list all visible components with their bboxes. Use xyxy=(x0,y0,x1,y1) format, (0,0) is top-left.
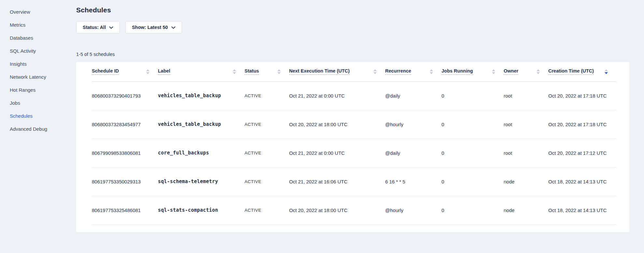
cell-status: ACTIVE xyxy=(245,196,289,224)
column-header-recurrence[interactable]: Recurrence xyxy=(385,62,441,81)
column-label: Status xyxy=(245,68,259,75)
sidebar-item-jobs[interactable]: Jobs xyxy=(0,96,70,109)
cell-owner: root xyxy=(504,139,548,167)
cell-schedule-id: 806197753325486081 xyxy=(92,196,158,224)
cell-next-execution: Oct 21, 2022 at 0:00 UTC xyxy=(289,81,385,110)
sort-icon xyxy=(537,69,540,74)
cell-status: ACTIVE xyxy=(245,167,289,196)
sort-icon xyxy=(373,69,377,74)
sort-asc-icon xyxy=(373,69,377,71)
sidebar-item-metrics[interactable]: Metrics xyxy=(0,18,70,31)
page-title: Schedules xyxy=(76,6,644,14)
cell-next-execution: Oct 21, 2022 at 16:06 UTC xyxy=(289,167,385,196)
main-content: Schedules Status: All Show: Latest 50 1-… xyxy=(76,6,644,232)
column-header-owner[interactable]: Owner xyxy=(504,62,548,81)
cell-owner: root xyxy=(504,81,548,110)
cell-jobs-running: 0 xyxy=(441,139,504,167)
cell-recurrence: @daily xyxy=(385,139,441,167)
cell-label: sql-schema-telemetry xyxy=(158,167,245,196)
column-header-next-execution-time-utc[interactable]: Next Execution Time (UTC) xyxy=(289,62,385,81)
table-row: 806800373290401793vehicles_table_backupA… xyxy=(92,81,616,110)
app: OverviewMetricsDatabasesSQL ActivityInsi… xyxy=(0,6,644,232)
sort-asc-icon xyxy=(430,69,433,71)
column-header-jobs-running[interactable]: Jobs Running xyxy=(441,62,504,81)
sidebar-item-hot-ranges[interactable]: Hot Ranges xyxy=(0,83,70,96)
cell-jobs-running: 0 xyxy=(441,167,504,196)
cell-next-execution: Oct 21, 2022 at 0:00 UTC xyxy=(289,139,385,167)
cell-recurrence: @daily xyxy=(385,81,441,110)
column-label: Schedule ID xyxy=(92,68,119,75)
cell-schedule-id: 806197753350029313 xyxy=(92,167,158,196)
sidebar-item-network-latency[interactable]: Network Latency xyxy=(0,70,70,83)
cell-label: vehicles_table_backup xyxy=(158,81,245,110)
table-header-row: Schedule IDLabelStatusNext Execution Tim… xyxy=(92,62,616,81)
cell-owner: root xyxy=(504,110,548,139)
cell-jobs-running: 0 xyxy=(441,110,504,139)
table-row: 806799098533806081core_full_backupsACTIV… xyxy=(92,139,616,167)
sort-asc-icon xyxy=(146,69,149,71)
cell-owner: node xyxy=(504,167,548,196)
column-label: Owner xyxy=(504,68,518,75)
schedules-table-card: Schedule IDLabelStatusNext Execution Tim… xyxy=(76,62,629,232)
sort-icon xyxy=(233,69,236,74)
cell-schedule-id: 806800373283454977 xyxy=(92,110,158,139)
cell-label: core_full_backups xyxy=(158,139,245,167)
cell-status: ACTIVE xyxy=(245,81,289,110)
sidebar-item-insights[interactable]: Insights xyxy=(0,57,70,70)
sort-desc-icon xyxy=(277,72,281,74)
sort-asc-icon xyxy=(605,69,608,71)
column-header-label[interactable]: Label xyxy=(158,62,245,81)
sort-asc-icon xyxy=(537,69,540,71)
sort-asc-icon xyxy=(492,69,495,71)
column-label: Recurrence xyxy=(385,68,411,75)
sort-icon xyxy=(492,69,495,74)
cell-schedule-id: 806800373290401793 xyxy=(92,81,158,110)
column-header-creation-time-utc[interactable]: Creation Time (UTC) xyxy=(548,62,616,81)
sort-desc-icon xyxy=(373,72,377,74)
sort-desc-icon xyxy=(537,72,540,74)
sort-desc-icon xyxy=(605,72,608,74)
show-filter-label: Show: Latest 50 xyxy=(132,25,168,30)
cell-creation-time: Oct 18, 2022 at 14:13 UTC xyxy=(548,167,616,196)
status-filter-dropdown[interactable]: Status: All xyxy=(76,21,120,33)
cell-label: sql-stats-compaction xyxy=(158,196,245,224)
sidebar-item-overview[interactable]: Overview xyxy=(0,5,70,18)
table-row: 806197753325486081sql-stats-compactionAC… xyxy=(92,196,616,224)
sort-icon xyxy=(146,69,149,74)
cell-next-execution: Oct 20, 2022 at 18:00 UTC xyxy=(289,110,385,139)
cell-creation-time: Oct 20, 2022 at 17:12 UTC xyxy=(548,139,616,167)
schedules-table: Schedule IDLabelStatusNext Execution Tim… xyxy=(92,62,616,225)
sidebar-item-schedules[interactable]: Schedules xyxy=(0,109,70,122)
sort-desc-icon xyxy=(430,72,433,74)
cell-next-execution: Oct 20, 2022 at 18:00 UTC xyxy=(289,196,385,224)
cell-creation-time: Oct 18, 2022 at 14:13 UTC xyxy=(548,196,616,224)
results-count: 1-5 of 5 schedules xyxy=(76,52,644,57)
cell-schedule-id: 806799098533806081 xyxy=(92,139,158,167)
sort-desc-icon xyxy=(146,72,149,74)
table-row: 806197753350029313sql-schema-telemetryAC… xyxy=(92,167,616,196)
sort-asc-icon xyxy=(277,69,281,71)
column-label: Next Execution Time (UTC) xyxy=(289,68,350,75)
sort-icon xyxy=(605,69,608,74)
cell-label: vehicles_table_backup xyxy=(158,110,245,139)
column-label: Label xyxy=(158,68,170,75)
column-label: Creation Time (UTC) xyxy=(548,68,594,75)
cell-creation-time: Oct 20, 2022 at 17:18 UTC xyxy=(548,81,616,110)
cell-creation-time: Oct 20, 2022 at 17:18 UTC xyxy=(548,110,616,139)
column-header-schedule-id[interactable]: Schedule ID xyxy=(92,62,158,81)
chevron-down-icon xyxy=(171,26,175,29)
cell-jobs-running: 0 xyxy=(441,196,504,224)
sidebar-item-sql-activity[interactable]: SQL Activity xyxy=(0,44,70,57)
show-filter-dropdown[interactable]: Show: Latest 50 xyxy=(125,21,182,33)
table-row: 806800373283454977vehicles_table_backupA… xyxy=(92,110,616,139)
sort-desc-icon xyxy=(492,72,495,74)
cell-recurrence: @hourly xyxy=(385,110,441,139)
sidebar: OverviewMetricsDatabasesSQL ActivityInsi… xyxy=(0,5,70,135)
column-header-status[interactable]: Status xyxy=(245,62,289,81)
sort-icon xyxy=(277,69,281,74)
cell-jobs-running: 0 xyxy=(441,81,504,110)
sort-icon xyxy=(430,69,433,74)
sidebar-item-advanced-debug[interactable]: Advanced Debug xyxy=(0,122,70,135)
sidebar-item-databases[interactable]: Databases xyxy=(0,31,70,44)
cell-recurrence: 6 16 * * 5 xyxy=(385,167,441,196)
